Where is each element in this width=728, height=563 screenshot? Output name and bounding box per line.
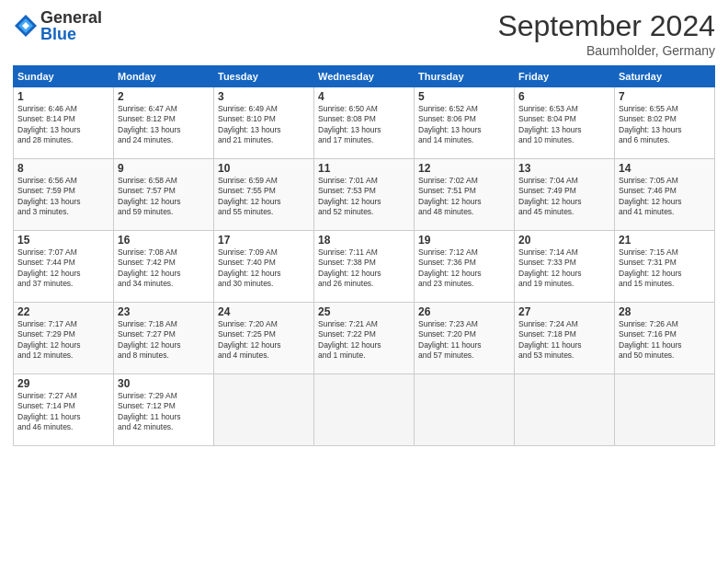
day-info: Sunrise: 7:11 AM Sunset: 7:38 PM Dayligh… bbox=[318, 247, 410, 290]
day-info: Sunrise: 6:53 AM Sunset: 8:04 PM Dayligh… bbox=[518, 104, 610, 146]
day-info: Sunrise: 7:27 AM Sunset: 7:14 PM Dayligh… bbox=[17, 391, 109, 433]
calendar-cell: 13Sunrise: 7:04 AM Sunset: 7:49 PM Dayli… bbox=[515, 159, 615, 231]
day-number: 12 bbox=[418, 162, 510, 175]
calendar-cell: 14Sunrise: 7:05 AM Sunset: 7:46 PM Dayli… bbox=[615, 159, 715, 231]
day-number: 1 bbox=[17, 90, 109, 103]
day-number: 17 bbox=[218, 234, 310, 247]
calendar-cell: 2Sunrise: 6:47 AM Sunset: 8:12 PM Daylig… bbox=[114, 87, 214, 159]
day-info: Sunrise: 6:56 AM Sunset: 7:59 PM Dayligh… bbox=[17, 176, 109, 218]
calendar-cell bbox=[615, 374, 715, 446]
page: General Blue September 2024 Baumholder, … bbox=[0, 0, 728, 563]
day-info: Sunrise: 7:24 AM Sunset: 7:18 PM Dayligh… bbox=[518, 319, 610, 362]
day-info: Sunrise: 7:20 AM Sunset: 7:25 PM Dayligh… bbox=[218, 319, 310, 362]
day-number: 30 bbox=[118, 377, 210, 390]
calendar-cell: 15Sunrise: 7:07 AM Sunset: 7:44 PM Dayli… bbox=[14, 231, 114, 303]
calendar-cell bbox=[214, 374, 314, 446]
day-info: Sunrise: 7:17 AM Sunset: 7:29 PM Dayligh… bbox=[17, 319, 109, 362]
title-block: September 2024 Baumholder, Germany bbox=[497, 9, 715, 58]
logo-icon bbox=[13, 13, 39, 39]
day-number: 6 bbox=[518, 90, 610, 103]
header-saturday: Saturday bbox=[615, 66, 715, 87]
day-number: 23 bbox=[118, 305, 210, 318]
day-number: 18 bbox=[318, 234, 410, 247]
day-info: Sunrise: 6:47 AM Sunset: 8:12 PM Dayligh… bbox=[118, 104, 210, 146]
day-number: 19 bbox=[418, 234, 510, 247]
header-monday: Monday bbox=[114, 66, 214, 87]
day-info: Sunrise: 6:46 AM Sunset: 8:14 PM Dayligh… bbox=[17, 104, 109, 146]
calendar-cell: 25Sunrise: 7:21 AM Sunset: 7:22 PM Dayli… bbox=[314, 303, 415, 374]
calendar-cell: 23Sunrise: 7:18 AM Sunset: 7:27 PM Dayli… bbox=[114, 303, 214, 374]
day-info: Sunrise: 6:55 AM Sunset: 8:02 PM Dayligh… bbox=[619, 104, 711, 146]
calendar-cell: 11Sunrise: 7:01 AM Sunset: 7:53 PM Dayli… bbox=[314, 159, 415, 231]
day-info: Sunrise: 6:49 AM Sunset: 8:10 PM Dayligh… bbox=[218, 104, 310, 146]
calendar-cell bbox=[515, 374, 615, 446]
day-info: Sunrise: 7:08 AM Sunset: 7:42 PM Dayligh… bbox=[118, 247, 210, 290]
calendar-cell: 30Sunrise: 7:29 AM Sunset: 7:12 PM Dayli… bbox=[114, 374, 214, 446]
day-number: 15 bbox=[17, 234, 109, 247]
day-number: 22 bbox=[17, 305, 109, 318]
week-row-1: 1Sunrise: 6:46 AM Sunset: 8:14 PM Daylig… bbox=[14, 87, 715, 159]
logo-blue: Blue bbox=[40, 26, 102, 42]
day-number: 13 bbox=[518, 162, 610, 175]
day-number: 8 bbox=[17, 162, 109, 175]
day-info: Sunrise: 6:52 AM Sunset: 8:06 PM Dayligh… bbox=[418, 104, 510, 146]
day-info: Sunrise: 7:26 AM Sunset: 7:16 PM Dayligh… bbox=[619, 319, 711, 362]
calendar-cell: 21Sunrise: 7:15 AM Sunset: 7:31 PM Dayli… bbox=[615, 231, 715, 303]
calendar-cell: 7Sunrise: 6:55 AM Sunset: 8:02 PM Daylig… bbox=[615, 87, 715, 159]
calendar-cell: 24Sunrise: 7:20 AM Sunset: 7:25 PM Dayli… bbox=[214, 303, 314, 374]
calendar-cell: 1Sunrise: 6:46 AM Sunset: 8:14 PM Daylig… bbox=[14, 87, 114, 159]
day-number: 14 bbox=[619, 162, 711, 175]
calendar-cell: 22Sunrise: 7:17 AM Sunset: 7:29 PM Dayli… bbox=[14, 303, 114, 374]
day-info: Sunrise: 7:15 AM Sunset: 7:31 PM Dayligh… bbox=[619, 247, 711, 290]
day-number: 11 bbox=[318, 162, 410, 175]
day-info: Sunrise: 7:21 AM Sunset: 7:22 PM Dayligh… bbox=[318, 319, 410, 362]
day-number: 2 bbox=[118, 90, 210, 103]
calendar-cell: 9Sunrise: 6:58 AM Sunset: 7:57 PM Daylig… bbox=[114, 159, 214, 231]
calendar-cell bbox=[314, 374, 415, 446]
day-info: Sunrise: 6:58 AM Sunset: 7:57 PM Dayligh… bbox=[118, 176, 210, 218]
day-number: 5 bbox=[418, 90, 510, 103]
calendar-cell: 8Sunrise: 6:56 AM Sunset: 7:59 PM Daylig… bbox=[14, 159, 114, 231]
week-row-5: 29Sunrise: 7:27 AM Sunset: 7:14 PM Dayli… bbox=[14, 374, 715, 446]
calendar-cell: 16Sunrise: 7:08 AM Sunset: 7:42 PM Dayli… bbox=[114, 231, 214, 303]
calendar-cell: 5Sunrise: 6:52 AM Sunset: 8:06 PM Daylig… bbox=[415, 87, 515, 159]
subtitle: Baumholder, Germany bbox=[497, 43, 715, 58]
header-row: SundayMondayTuesdayWednesdayThursdayFrid… bbox=[14, 66, 715, 87]
week-row-3: 15Sunrise: 7:07 AM Sunset: 7:44 PM Dayli… bbox=[14, 231, 715, 303]
month-title: September 2024 bbox=[497, 9, 715, 43]
header-friday: Friday bbox=[515, 66, 615, 87]
day-info: Sunrise: 7:04 AM Sunset: 7:49 PM Dayligh… bbox=[518, 176, 610, 218]
day-number: 29 bbox=[17, 377, 109, 390]
day-number: 28 bbox=[619, 305, 711, 318]
header-thursday: Thursday bbox=[415, 66, 515, 87]
calendar-cell: 4Sunrise: 6:50 AM Sunset: 8:08 PM Daylig… bbox=[314, 87, 415, 159]
day-info: Sunrise: 7:23 AM Sunset: 7:20 PM Dayligh… bbox=[418, 319, 510, 362]
day-number: 20 bbox=[518, 234, 610, 247]
day-info: Sunrise: 7:09 AM Sunset: 7:40 PM Dayligh… bbox=[218, 247, 310, 290]
day-info: Sunrise: 7:02 AM Sunset: 7:51 PM Dayligh… bbox=[418, 176, 510, 218]
day-number: 4 bbox=[318, 90, 410, 103]
day-number: 27 bbox=[518, 305, 610, 318]
week-row-2: 8Sunrise: 6:56 AM Sunset: 7:59 PM Daylig… bbox=[14, 159, 715, 231]
day-info: Sunrise: 7:18 AM Sunset: 7:27 PM Dayligh… bbox=[118, 319, 210, 362]
day-info: Sunrise: 6:50 AM Sunset: 8:08 PM Dayligh… bbox=[318, 104, 410, 146]
day-info: Sunrise: 7:29 AM Sunset: 7:12 PM Dayligh… bbox=[118, 391, 210, 433]
calendar-cell: 12Sunrise: 7:02 AM Sunset: 7:51 PM Dayli… bbox=[415, 159, 515, 231]
logo-general: General bbox=[40, 9, 102, 26]
day-info: Sunrise: 7:12 AM Sunset: 7:36 PM Dayligh… bbox=[418, 247, 510, 290]
calendar-cell: 10Sunrise: 6:59 AM Sunset: 7:55 PM Dayli… bbox=[214, 159, 314, 231]
calendar-cell: 3Sunrise: 6:49 AM Sunset: 8:10 PM Daylig… bbox=[214, 87, 314, 159]
day-number: 25 bbox=[318, 305, 410, 318]
day-number: 26 bbox=[418, 305, 510, 318]
header: General Blue September 2024 Baumholder, … bbox=[13, 9, 715, 58]
calendar-header: SundayMondayTuesdayWednesdayThursdayFrid… bbox=[14, 66, 715, 87]
day-number: 24 bbox=[218, 305, 310, 318]
calendar-cell: 29Sunrise: 7:27 AM Sunset: 7:14 PM Dayli… bbox=[14, 374, 114, 446]
calendar-body: 1Sunrise: 6:46 AM Sunset: 8:14 PM Daylig… bbox=[14, 87, 715, 446]
day-number: 9 bbox=[118, 162, 210, 175]
day-number: 3 bbox=[218, 90, 310, 103]
day-info: Sunrise: 7:07 AM Sunset: 7:44 PM Dayligh… bbox=[17, 247, 109, 290]
day-number: 7 bbox=[619, 90, 711, 103]
day-info: Sunrise: 6:59 AM Sunset: 7:55 PM Dayligh… bbox=[218, 176, 310, 218]
logo-text: General Blue bbox=[40, 9, 102, 42]
